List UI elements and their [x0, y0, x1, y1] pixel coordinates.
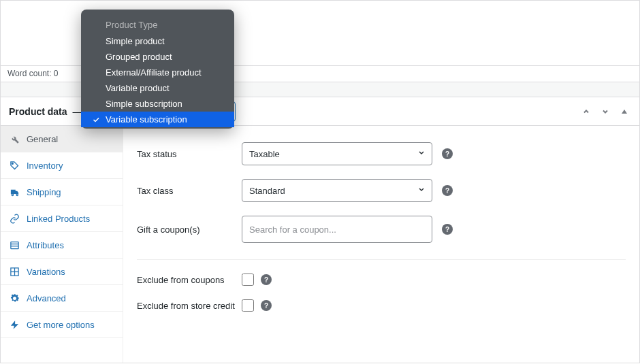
- sidebar-item-general[interactable]: General: [1, 126, 123, 152]
- sidebar-item-linked-products[interactable]: Linked Products: [1, 205, 123, 232]
- move-down-button[interactable]: [598, 105, 612, 118]
- product-type-dropdown: Product Type Simple product Grouped prod…: [81, 10, 234, 129]
- sidebar: General Inventory Shipping Linked Produc…: [1, 126, 123, 363]
- exclude-store-credit-row: Exclude from store credit ?: [137, 293, 626, 318]
- tag-icon: [9, 160, 20, 171]
- check-icon: [92, 116, 106, 124]
- dropdown-option-simple-product[interactable]: Simple product: [81, 33, 234, 49]
- panel-header-controls: [579, 105, 631, 118]
- wrench-icon: [9, 133, 20, 144]
- dropdown-group-label: Product Type: [81, 15, 234, 33]
- link-icon: [9, 213, 20, 224]
- lightning-icon: [9, 319, 20, 330]
- tax-status-select[interactable]: Taxable: [242, 142, 432, 165]
- panel-toggle-button[interactable]: [618, 105, 631, 118]
- sidebar-item-variations[interactable]: Variations: [1, 259, 123, 285]
- dropdown-option-grouped-product[interactable]: Grouped product: [81, 49, 234, 65]
- dropdown-option-label: Variable subscription: [106, 114, 187, 125]
- tax-class-row: Tax class Standard ?: [137, 172, 626, 209]
- sidebar-item-label: Variations: [27, 267, 65, 277]
- help-icon[interactable]: ?: [442, 224, 453, 235]
- sidebar-item-get-more-options[interactable]: Get more options: [1, 312, 123, 338]
- tax-class-select[interactable]: Standard: [242, 179, 432, 202]
- dropdown-option-label: Simple subscription: [106, 99, 182, 109]
- move-up-button[interactable]: [579, 105, 593, 118]
- svg-marker-10: [10, 320, 18, 329]
- dropdown-option-variable-product[interactable]: Variable product: [81, 80, 234, 96]
- svg-point-2: [12, 194, 14, 196]
- tax-status-row: Tax status Taxable ?: [137, 135, 626, 172]
- gift-coupon-row: Gift a coupon(s) ?: [137, 209, 626, 260]
- sidebar-item-shipping[interactable]: Shipping: [1, 179, 123, 205]
- exclude-coupons-row: Exclude from coupons ?: [137, 267, 626, 293]
- wordcount-text: Word count: 0: [7, 69, 58, 78]
- sidebar-item-label: Linked Products: [27, 214, 90, 224]
- sidebar-item-label: Advanced: [27, 293, 66, 303]
- gift-coupon-label: Gift a coupon(s): [137, 225, 242, 235]
- exclude-store-credit-checkbox[interactable]: [242, 299, 254, 312]
- sidebar-item-label: General: [27, 134, 58, 144]
- panel-body: General Inventory Shipping Linked Produc…: [0, 126, 640, 363]
- svg-marker-0: [622, 110, 627, 114]
- sidebar-item-label: Get more options: [27, 320, 95, 330]
- exclude-store-credit-label: Exclude from store credit: [137, 301, 242, 311]
- help-icon[interactable]: ?: [442, 185, 453, 196]
- svg-rect-4: [10, 242, 18, 248]
- svg-point-3: [16, 194, 18, 196]
- gift-coupon-input[interactable]: [242, 216, 432, 243]
- dropdown-option-label: Variable product: [106, 83, 170, 93]
- grid-icon: [9, 266, 20, 277]
- exclude-coupons-checkbox[interactable]: [242, 274, 254, 286]
- panel-title: Product data —: [9, 106, 84, 117]
- help-icon[interactable]: ?: [261, 300, 272, 311]
- dropdown-option-label: External/Affiliate product: [106, 67, 202, 78]
- tax-status-label: Tax status: [137, 149, 242, 159]
- list-icon: [9, 239, 20, 250]
- dropdown-option-label: Grouped product: [106, 52, 172, 62]
- sidebar-item-label: Shipping: [27, 187, 61, 197]
- sidebar-item-attributes[interactable]: Attributes: [1, 232, 123, 259]
- sidebar-item-label: Inventory: [27, 161, 63, 171]
- sidebar-item-advanced[interactable]: Advanced: [1, 285, 123, 312]
- svg-point-1: [12, 163, 13, 164]
- help-icon[interactable]: ?: [442, 148, 453, 159]
- help-icon[interactable]: ?: [261, 274, 272, 285]
- general-settings-content: Tax status Taxable ? Tax class Standard: [123, 126, 639, 363]
- dropdown-option-label: Simple product: [106, 36, 165, 46]
- dropdown-option-simple-subscription[interactable]: Simple subscription: [81, 96, 234, 112]
- dropdown-option-external-affiliate-product[interactable]: External/Affiliate product: [81, 65, 234, 80]
- tax-class-label: Tax class: [137, 186, 242, 196]
- sidebar-item-label: Attributes: [27, 240, 64, 250]
- dropdown-option-variable-subscription[interactable]: Variable subscription: [81, 112, 234, 127]
- gear-icon: [9, 293, 20, 303]
- truck-icon: [9, 186, 20, 197]
- exclude-coupons-label: Exclude from coupons: [137, 275, 242, 285]
- sidebar-item-inventory[interactable]: Inventory: [1, 152, 123, 179]
